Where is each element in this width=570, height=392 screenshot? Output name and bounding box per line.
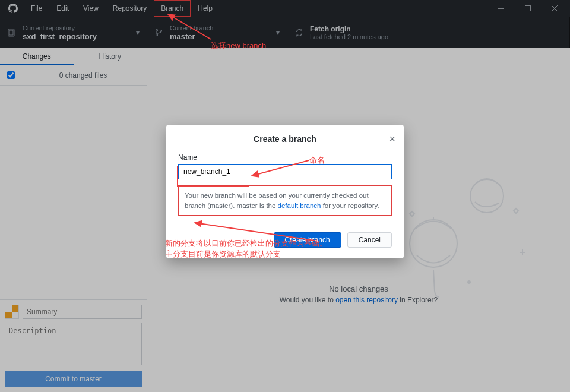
modal-overlay: Create a branch × Name Your new branch w…	[0, 0, 570, 392]
info-text-2: for your repository.	[321, 202, 379, 209]
close-icon[interactable]: ×	[389, 133, 395, 146]
default-branch-link[interactable]: default branch	[278, 202, 321, 209]
name-label: Name	[178, 153, 392, 162]
branch-info-box: Your new branch will be based on your cu…	[178, 185, 392, 216]
create-branch-dialog: Create a branch × Name Your new branch w…	[166, 125, 404, 258]
create-branch-button[interactable]: Create branch	[274, 232, 341, 248]
branch-name-input[interactable]	[178, 164, 392, 179]
dialog-title: Create a branch	[254, 134, 316, 144]
cancel-button[interactable]: Cancel	[347, 232, 392, 248]
